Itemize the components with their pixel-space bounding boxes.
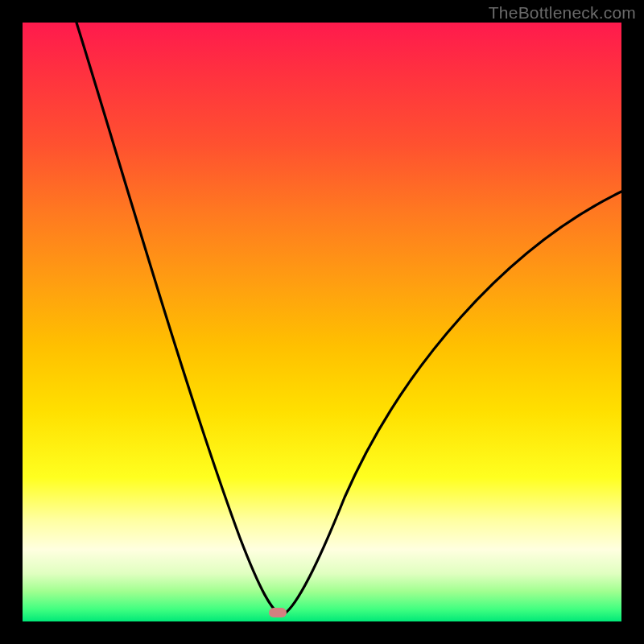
min-marker: [269, 608, 287, 617]
watermark-text: TheBottleneck.com: [489, 3, 636, 23]
plot-area: [23, 23, 621, 621]
bottleneck-curve-path: [76, 23, 621, 615]
chart-frame: TheBottleneck.com: [0, 0, 644, 644]
curve-svg: [23, 23, 621, 621]
